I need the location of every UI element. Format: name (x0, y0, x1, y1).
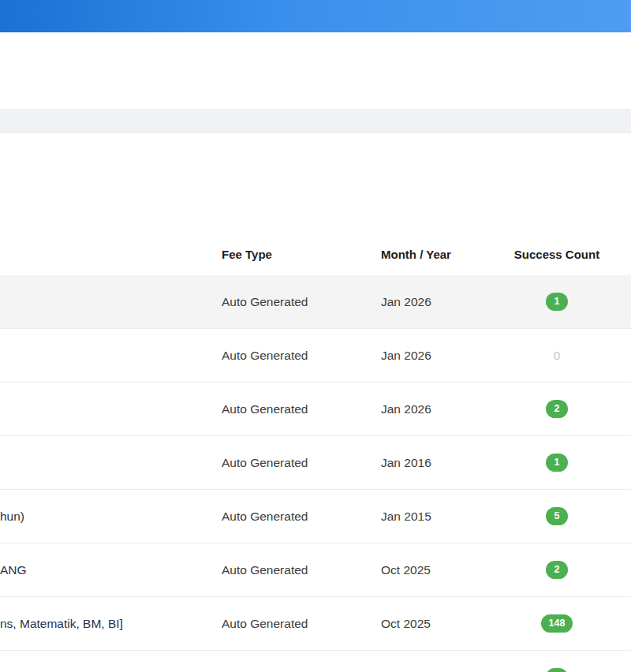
table-row[interactable]: Auto Generated Jan 2016 1 (0, 436, 631, 490)
column-header-month-year: Month / Year (381, 248, 513, 261)
table-row[interactable]: ANG Auto Generated Oct 2025 2 (0, 543, 631, 597)
row-month-year-cell: Oct 2025 (381, 563, 513, 577)
success-count-badge: 2 (546, 400, 568, 418)
success-count-badge: 148 (541, 614, 573, 633)
row-fee-type-cell: Auto Generated (222, 510, 381, 524)
row-fee-type-cell: Auto Generated (222, 295, 381, 309)
row-success-count-cell: 2 (513, 668, 601, 672)
row-success-count-cell: 1 (513, 293, 601, 311)
row-success-count-cell: 1 (513, 454, 601, 472)
column-header-fee-type: Fee Type (222, 248, 381, 261)
row-month-year-cell: Oct 2025 (381, 617, 513, 631)
table-row[interactable]: hun) Auto Generated Jan 2015 5 (0, 490, 631, 543)
row-month-year-cell: Jan 2026 (381, 295, 513, 309)
top-app-bar (0, 0, 631, 32)
table-row[interactable]: NG 1 Auto Generated Jan 2025 2 (0, 651, 631, 672)
success-count-zero: 0 (554, 349, 560, 362)
row-month-year-cell: Jan 2026 (381, 402, 513, 416)
table-header-row: Fee Type Month / Year Success Count (0, 233, 631, 275)
row-success-count-cell: 2 (513, 400, 601, 418)
column-header-success-count: Success Count (513, 248, 601, 261)
row-fee-type-cell: Auto Generated (222, 563, 381, 577)
row-success-count-cell: 148 (513, 614, 601, 633)
success-count-badge: 2 (546, 561, 568, 579)
row-success-count-cell: 0 (513, 349, 601, 362)
toolbar-strip (0, 109, 631, 133)
row-fee-type-cell: Auto Generated (222, 456, 381, 470)
success-count-badge: 2 (546, 668, 568, 672)
row-success-count-cell: 5 (513, 507, 601, 525)
row-name-cell: hun) (0, 510, 222, 524)
table-row[interactable]: Auto Generated Jan 2026 2 (0, 383, 631, 436)
row-month-year-cell: Jan 2026 (381, 349, 513, 363)
table-row[interactable]: Auto Generated Jan 2026 1 (0, 275, 631, 329)
row-name-cell: ns, Matematik, BM, BI] (0, 617, 222, 631)
table-body: Auto Generated Jan 2026 1 Auto Generated… (0, 275, 631, 672)
row-success-count-cell: 2 (513, 561, 601, 579)
fees-table: Fee Type Month / Year Success Count Auto… (0, 233, 631, 672)
row-month-year-cell: Jan 2015 (381, 510, 513, 524)
table-row[interactable]: Auto Generated Jan 2026 0 (0, 329, 631, 383)
success-count-badge: 1 (546, 454, 568, 472)
success-count-badge: 1 (546, 293, 568, 311)
success-count-badge: 5 (546, 507, 568, 525)
row-fee-type-cell: Auto Generated (222, 617, 381, 631)
row-month-year-cell: Jan 2016 (381, 456, 513, 470)
row-fee-type-cell: Auto Generated (222, 349, 381, 363)
table-row[interactable]: ns, Matematik, BM, BI] Auto Generated Oc… (0, 597, 631, 651)
row-name-cell: ANG (0, 563, 222, 577)
row-fee-type-cell: Auto Generated (222, 402, 381, 416)
